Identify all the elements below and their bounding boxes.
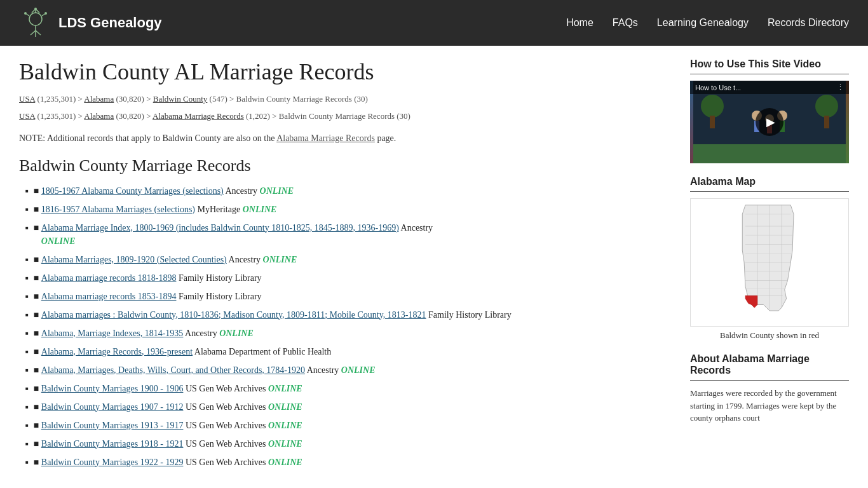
online-badge: ONLINE	[268, 439, 302, 449]
record-link[interactable]: Alabama, Marriages, Deaths, Wills, Court…	[41, 365, 305, 375]
list-item: ■ Baldwin County Marriages 1922 - 1929 U…	[25, 456, 671, 469]
list-item: ■ Alabama marriage records 1818-1898 Fam…	[25, 271, 671, 285]
record-link[interactable]: 1816-1957 Alabama Marriages (selections)	[41, 205, 195, 214]
nav-faqs[interactable]: FAQs	[613, 17, 638, 29]
record-link[interactable]: Baldwin County Marriages 1918 - 1921	[41, 439, 184, 449]
online-badge: ONLINE	[263, 255, 297, 264]
nav-learning[interactable]: Learning Genealogy	[657, 17, 749, 29]
bullet: ■	[34, 290, 41, 303]
records-list: ■ 1805-1967 Alabama County Marriages (se…	[19, 184, 671, 469]
bullet: ■	[34, 419, 41, 432]
nav-records[interactable]: Records Directory	[768, 17, 849, 29]
online-badge: ONLINE	[268, 402, 302, 412]
video-section-title: How to Use This Site Video	[690, 58, 849, 70]
bullet: ■	[34, 271, 41, 285]
list-item: ■ Alabama marriages : Baldwin County, 18…	[25, 308, 671, 322]
about-section: About Alabama Marriage Records Marriages…	[690, 353, 849, 424]
bullet: ■	[34, 184, 41, 198]
logo-icon	[19, 6, 52, 39]
video-label: How to Use t...	[695, 84, 741, 92]
map-divider	[690, 191, 849, 192]
breadcrumb-al-marriage[interactable]: Alabama Marriage Records	[153, 111, 244, 121]
breadcrumb-line2: USA (1,235,301) > Alabama (30,820) > Ala…	[19, 111, 410, 121]
bullet: ■	[34, 203, 41, 216]
record-link[interactable]: 1805-1967 Alabama County Marriages (sele…	[41, 186, 224, 196]
map-section: Alabama Map	[690, 176, 849, 341]
nav-home[interactable]: Home	[566, 17, 593, 29]
map-caption: Baldwin County shown in red	[690, 330, 849, 341]
bullet: ■	[34, 345, 41, 358]
list-item: ■ Baldwin County Marriages 1918 - 1921 U…	[25, 437, 671, 451]
svg-point-9	[34, 8, 37, 10]
list-item: ■ 1805-1967 Alabama County Marriages (se…	[25, 184, 671, 198]
record-link[interactable]: Baldwin County Marriages 1913 - 1917	[41, 421, 184, 430]
bullet: ■	[34, 253, 41, 266]
video-overlay: How to Use t... ⋮	[690, 81, 849, 94]
record-link[interactable]: Baldwin County Marriages 1907 - 1912	[41, 402, 184, 412]
bullet: ■	[34, 400, 41, 414]
bullet: ■	[34, 456, 41, 469]
note-link[interactable]: Alabama Marriage Records	[276, 133, 375, 143]
record-link[interactable]: Alabama, Marriage Records, 1936-present	[41, 347, 193, 356]
breadcrumb-usa2[interactable]: USA	[19, 111, 35, 121]
breadcrumb-alabama2[interactable]: Alabama	[84, 111, 114, 121]
about-section-title: About Alabama Marriage Records	[690, 353, 849, 376]
video-play-button[interactable]	[756, 108, 783, 136]
svg-point-22	[815, 95, 838, 118]
content-area: Baldwin County AL Marriage Records USA (…	[19, 58, 671, 474]
list-item: ■ Baldwin County Marriages 1907 - 1912 U…	[25, 400, 671, 414]
svg-rect-24	[693, 144, 846, 163]
record-link[interactable]: Baldwin County Marriages 1900 - 1906	[41, 384, 184, 393]
logo-area[interactable]: LDS Genealogy	[19, 6, 162, 39]
video-menu-icon: ⋮	[837, 83, 844, 92]
video-thumbnail[interactable]: How to Use t... ⋮	[690, 81, 849, 163]
record-link[interactable]: Alabama marriages : Baldwin County, 1810…	[41, 310, 426, 320]
sidebar: How to Use This Site Video	[690, 58, 849, 474]
online-badge: ONLINE	[41, 236, 76, 246]
record-link[interactable]: Alabama Marriages, 1809-1920 (Selected C…	[41, 255, 227, 264]
list-item: ■ Alabama marriage records 1853-1894 Fam…	[25, 290, 671, 303]
svg-marker-39	[745, 295, 757, 308]
bullet: ■	[34, 221, 41, 234]
list-item: ■ Baldwin County Marriages 1900 - 1906 U…	[25, 382, 671, 395]
breadcrumb-baldwin[interactable]: Baldwin County	[153, 94, 208, 104]
note-text: NOTE: Additional records that apply to B…	[19, 133, 671, 144]
record-link[interactable]: Alabama marriage records 1818-1898	[41, 273, 177, 283]
list-item: ■ Baldwin County Marriages 1913 - 1917 U…	[25, 419, 671, 432]
list-item: ■ Alabama Marriage Index, 1800-1969 (inc…	[25, 221, 671, 248]
breadcrumb-alabama1[interactable]: Alabama	[84, 94, 114, 104]
svg-point-7	[24, 12, 27, 15]
bullet: ■	[34, 382, 41, 395]
video-section: How to Use This Site Video	[690, 58, 849, 163]
record-link[interactable]: Baldwin County Marriages 1922 - 1929	[41, 458, 184, 467]
online-badge: ONLINE	[219, 329, 254, 338]
page-title: Baldwin County AL Marriage Records	[19, 58, 671, 85]
online-badge: ONLINE	[268, 458, 302, 467]
bullet: ■	[34, 327, 41, 340]
record-link[interactable]: Alabama marriage records 1853-1894	[41, 292, 177, 301]
list-item: ■ Alabama Marriages, 1809-1920 (Selected…	[25, 253, 671, 266]
list-item: ■ Alabama, Marriage Indexes, 1814-1935 A…	[25, 327, 671, 340]
online-badge: ONLINE	[341, 365, 376, 375]
list-item: ■ Alabama, Marriage Records, 1936-presen…	[25, 345, 671, 358]
breadcrumb-line2-container: USA (1,235,301) > Alabama (30,820) > Ala…	[19, 110, 671, 123]
main-container: Baldwin County AL Marriage Records USA (…	[0, 46, 868, 487]
list-item: ■ 1816-1957 Alabama Marriages (selection…	[25, 203, 671, 216]
logo-text: LDS Genealogy	[58, 15, 162, 31]
svg-point-14	[701, 95, 724, 118]
breadcrumb-usa1[interactable]: USA	[19, 94, 35, 104]
record-link[interactable]: Alabama Marriage Index, 1800-1969 (inclu…	[41, 223, 399, 233]
record-link[interactable]: Alabama, Marriage Indexes, 1814-1935	[41, 329, 184, 338]
online-badge: ONLINE	[268, 384, 302, 393]
svg-rect-23	[824, 116, 829, 128]
svg-rect-15	[710, 116, 715, 128]
site-header: LDS Genealogy Home FAQs Learning Genealo…	[0, 0, 868, 46]
online-badge: ONLINE	[243, 205, 277, 214]
about-text: Marriages were recorded by the governmen…	[690, 387, 849, 424]
online-badge: ONLINE	[260, 186, 294, 196]
svg-point-8	[44, 12, 47, 15]
bullet: ■	[34, 308, 41, 322]
divider	[690, 74, 849, 74]
list-item: ■ Alabama, Marriages, Deaths, Wills, Cou…	[25, 363, 671, 377]
svg-marker-25	[742, 205, 794, 311]
